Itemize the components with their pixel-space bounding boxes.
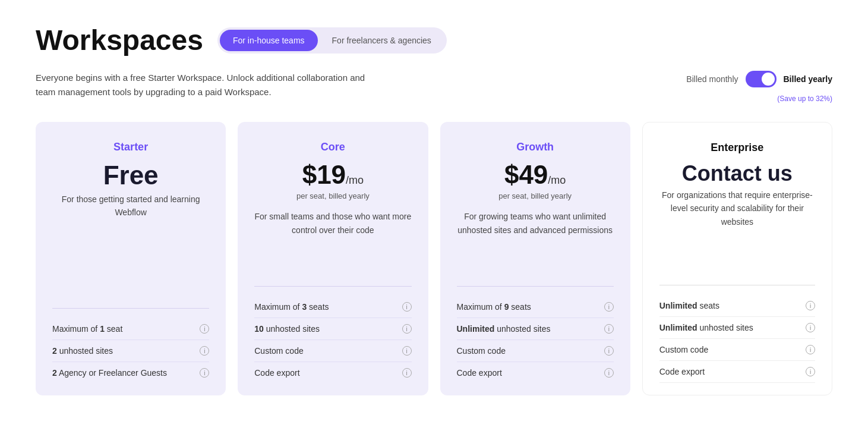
subtitle-text: Everyone begins with a free Starter Work… bbox=[36, 71, 368, 99]
core-sites-text: 10 unhosted sites bbox=[254, 324, 320, 334]
growth-feature-seats: Maximum of 9 seats i bbox=[457, 296, 614, 318]
growth-feature-code-export: Code export i bbox=[457, 362, 614, 384]
enterprise-desc: For organizations that require enterpris… bbox=[659, 188, 815, 261]
enterprise-feature-seats: Unlimited seats i bbox=[659, 295, 815, 317]
core-feature-custom-code: Custom code i bbox=[254, 340, 411, 362]
core-custom-code-info[interactable]: i bbox=[402, 346, 412, 356]
starter-guests-info[interactable]: i bbox=[200, 368, 209, 378]
enterprise-custom-code-text: Custom code bbox=[659, 345, 708, 354]
core-sites-info[interactable]: i bbox=[402, 324, 412, 334]
plan-card-core: Core $19/mo per seat, billed yearly For … bbox=[238, 122, 428, 395]
core-seats-info[interactable]: i bbox=[402, 302, 412, 312]
enterprise-feature-sites: Unlimited unhosted sites i bbox=[659, 317, 815, 339]
core-code-export-text: Code export bbox=[254, 368, 299, 378]
billing-toggle-area: Billed monthly Billed yearly (Save up to… bbox=[686, 71, 832, 103]
enterprise-feature-custom-code: Custom code i bbox=[659, 339, 815, 361]
billing-yearly-label: Billed yearly bbox=[784, 74, 833, 84]
growth-billing-note: per seat, billed yearly bbox=[457, 191, 614, 200]
growth-seats-info[interactable]: i bbox=[604, 302, 614, 312]
page-title: Workspaces bbox=[36, 24, 203, 56]
toggle-knob bbox=[762, 73, 775, 86]
starter-sites-text: 2 unhosted sites bbox=[52, 346, 113, 356]
enterprise-code-export-text: Code export bbox=[659, 367, 705, 376]
growth-seats-text: Maximum of 9 seats bbox=[457, 302, 531, 312]
growth-custom-code-text: Custom code bbox=[457, 346, 506, 356]
core-plan-name: Core bbox=[254, 141, 411, 153]
tab-freelancers[interactable]: For freelancers & agencies bbox=[319, 30, 444, 51]
growth-price-row: $49/mo bbox=[457, 161, 614, 189]
core-feature-sites: 10 unhosted sites i bbox=[254, 318, 411, 340]
enterprise-custom-code-info[interactable]: i bbox=[806, 345, 815, 354]
core-code-export-info[interactable]: i bbox=[402, 368, 412, 378]
growth-feature-custom-code: Custom code i bbox=[457, 340, 614, 362]
starter-feature-sites: 2 unhosted sites i bbox=[52, 340, 209, 362]
billing-monthly-label: Billed monthly bbox=[686, 74, 738, 84]
growth-custom-code-info[interactable]: i bbox=[604, 346, 614, 356]
core-custom-code-text: Custom code bbox=[254, 346, 303, 356]
core-price-row: $19/mo bbox=[254, 161, 411, 189]
enterprise-sites-text: Unlimited unhosted sites bbox=[659, 323, 753, 332]
plan-card-enterprise: Enterprise Contact us For organizations … bbox=[642, 122, 832, 395]
core-billing-note: per seat, billed yearly bbox=[254, 191, 411, 200]
core-price: $19/mo bbox=[302, 160, 364, 189]
growth-plan-name: Growth bbox=[457, 141, 614, 153]
starter-sites-info[interactable]: i bbox=[200, 346, 209, 356]
enterprise-feature-code-export: Code export i bbox=[659, 361, 815, 383]
core-feature-seats: Maximum of 3 seats i bbox=[254, 296, 411, 318]
tab-in-house[interactable]: For in-house teams bbox=[220, 30, 318, 51]
core-feature-code-export: Code export i bbox=[254, 362, 411, 384]
growth-feature-sites: Unlimited unhosted sites i bbox=[457, 318, 614, 340]
starter-plan-name: Starter bbox=[52, 141, 209, 153]
core-divider bbox=[254, 286, 411, 287]
growth-sites-text: Unlimited unhosted sites bbox=[457, 324, 551, 334]
growth-sites-info[interactable]: i bbox=[604, 324, 614, 334]
starter-guests-text: 2 Agency or Freelancer Guests bbox=[52, 368, 167, 378]
starter-feature-guests: 2 Agency or Freelancer Guests i bbox=[52, 362, 209, 384]
growth-divider bbox=[457, 286, 614, 287]
starter-price: Free bbox=[52, 161, 209, 190]
enterprise-divider bbox=[659, 285, 815, 285]
tab-switcher: For in-house teams For freelancers & age… bbox=[217, 27, 447, 54]
starter-desc: For those getting started and learning W… bbox=[52, 193, 209, 284]
growth-desc: For growing teams who want unlimited unh… bbox=[457, 210, 614, 262]
enterprise-price: Contact us bbox=[659, 161, 815, 186]
core-desc: For small teams and those who want more … bbox=[254, 210, 411, 262]
growth-code-export-info[interactable]: i bbox=[604, 368, 614, 378]
plans-grid: Starter Free For those getting started a… bbox=[36, 122, 832, 395]
core-seats-text: Maximum of 3 seats bbox=[254, 302, 329, 312]
save-badge: (Save up to 32%) bbox=[777, 95, 832, 103]
enterprise-seats-text: Unlimited seats bbox=[659, 301, 719, 310]
growth-price: $49/mo bbox=[504, 160, 566, 189]
enterprise-seats-info[interactable]: i bbox=[806, 301, 815, 310]
plan-card-starter: Starter Free For those getting started a… bbox=[36, 122, 226, 395]
growth-code-export-text: Code export bbox=[457, 368, 502, 378]
enterprise-code-export-info[interactable]: i bbox=[806, 367, 815, 376]
starter-seats-info[interactable]: i bbox=[200, 324, 209, 334]
starter-divider bbox=[52, 308, 209, 309]
billing-toggle[interactable] bbox=[746, 71, 777, 87]
enterprise-sites-info[interactable]: i bbox=[806, 323, 815, 332]
starter-seats-text: Maximum of 1 seat bbox=[52, 324, 122, 334]
enterprise-plan-name: Enterprise bbox=[659, 142, 815, 154]
starter-feature-seats: Maximum of 1 seat i bbox=[52, 318, 209, 340]
plan-card-growth: Growth $49/mo per seat, billed yearly Fo… bbox=[440, 122, 630, 395]
